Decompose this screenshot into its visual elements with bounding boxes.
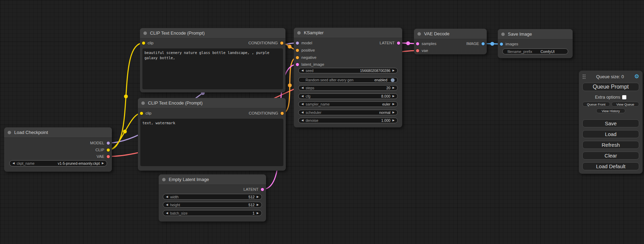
wire-midpoint-dot[interactable] <box>491 42 494 46</box>
panel-drag-handle-icon[interactable] <box>582 74 586 79</box>
decrement-arrow-icon[interactable]: ◀ <box>166 212 168 215</box>
port-dot-conditioning[interactable] <box>296 49 299 52</box>
prompt-text-input[interactable]: text, watermark <box>140 119 283 166</box>
refresh-button[interactable]: Refresh <box>582 141 639 149</box>
node-titlebar[interactable]: CLIP Text Encode (Prompt) <box>138 98 286 108</box>
node-titlebar[interactable]: VAE Decode <box>414 29 487 39</box>
decrement-arrow-icon[interactable]: ◀ <box>301 103 303 106</box>
decrement-arrow-icon[interactable]: ◀ <box>301 119 303 122</box>
increment-arrow-icon[interactable]: ▶ <box>392 87 395 89</box>
prompt-text-input[interactable]: beautiful scenery nature glass bottle la… <box>142 48 283 89</box>
increment-arrow-icon[interactable]: ▶ <box>257 212 259 215</box>
load-button[interactable]: Load <box>582 130 639 138</box>
wire-midpoint-dot[interactable] <box>288 83 292 87</box>
node-titlebar[interactable]: Empty Latent Image <box>159 174 266 185</box>
port-dot-model[interactable] <box>296 42 299 45</box>
output-port-MODEL: MODEL <box>90 141 110 145</box>
output-port-CONDITIONING: CONDITIONING <box>248 41 283 45</box>
port-dot-latent[interactable] <box>296 63 299 66</box>
node-empty-latent-image[interactable]: Empty Latent ImageLATENT◀width512▶◀heigh… <box>159 174 266 222</box>
node-title: Load Checkpoint <box>14 130 48 135</box>
decrement-arrow-icon[interactable]: ◀ <box>301 95 303 98</box>
widget-steps[interactable]: ◀steps20▶ <box>298 85 398 91</box>
widget-filename_prefix[interactable]: filename_prefixComfyUI <box>502 48 568 54</box>
port-dot-clip[interactable] <box>140 112 143 115</box>
port-dot-conditioning[interactable] <box>296 56 299 59</box>
output-port-VAE: VAE <box>97 154 110 159</box>
widget-width[interactable]: ◀width512▶ <box>163 194 262 200</box>
decrement-arrow-icon[interactable]: ◀ <box>301 69 303 72</box>
port-dot-image[interactable] <box>500 43 503 46</box>
increment-arrow-icon[interactable]: ▶ <box>392 119 395 122</box>
widget-height[interactable]: ◀height512▶ <box>163 202 262 208</box>
port-dot-model[interactable] <box>107 142 110 145</box>
wire-midpoint-dot[interactable] <box>123 130 127 134</box>
node-clip-text-encode-negative[interactable]: CLIP Text Encode (Prompt)clipCONDITIONIN… <box>138 98 286 171</box>
wire-midpoint-dot[interactable] <box>124 94 128 98</box>
port-dot-latent[interactable] <box>397 42 400 45</box>
increment-arrow-icon[interactable]: ▶ <box>102 162 104 165</box>
decrement-arrow-icon[interactable]: ◀ <box>166 204 168 206</box>
increment-arrow-icon[interactable]: ▶ <box>392 103 395 106</box>
widget-label: width <box>170 195 179 199</box>
view-queue-button[interactable]: View Queue <box>611 102 639 107</box>
port-dot-clip[interactable] <box>142 42 145 45</box>
widget-ckpt_name[interactable]: ◀ckpt_namev1-5-pruned-emaonly.ckpt▶ <box>9 160 107 166</box>
increment-arrow-icon[interactable]: ▶ <box>392 111 395 114</box>
queue-front-button[interactable]: Queue Front <box>582 102 610 107</box>
node-save-image[interactable]: Save Imageimagesfilename_prefixComfyUI <box>498 29 573 58</box>
extra-options-checkbox[interactable] <box>622 95 626 99</box>
node-status-dot-icon <box>501 33 505 36</box>
increment-arrow-icon[interactable]: ▶ <box>257 204 259 206</box>
toggle-dot-icon[interactable] <box>391 78 395 82</box>
queue-prompt-button[interactable]: Queue Prompt <box>582 83 639 91</box>
port-label: IMAGE <box>466 42 479 46</box>
load-default-button[interactable]: Load Default <box>582 162 639 170</box>
port-dot-vae[interactable] <box>107 155 110 158</box>
node-status-dot-icon <box>297 31 301 35</box>
widget-seed[interactable]: ◀seed156680208700286▶ <box>298 68 398 73</box>
node-titlebar[interactable]: CLIP Text Encode (Prompt) <box>140 28 285 38</box>
increment-arrow-icon[interactable]: ▶ <box>392 69 395 72</box>
port-dot-conditioning[interactable] <box>281 112 284 115</box>
view-history-button[interactable]: View History <box>596 108 625 113</box>
node-title: Empty Latent Image <box>169 177 209 182</box>
save-button[interactable]: Save <box>582 119 639 127</box>
node-vae-decode[interactable]: VAE DecodesamplesvaeIMAGE <box>414 29 487 54</box>
port-dot-conditioning[interactable] <box>280 42 283 45</box>
widget-batch_size[interactable]: ◀batch_size1▶ <box>163 210 262 216</box>
wire-midpoint-dot[interactable] <box>288 45 292 48</box>
node-clip-text-encode-positive[interactable]: CLIP Text Encode (Prompt)clipCONDITIONIN… <box>140 28 285 92</box>
port-dot-image[interactable] <box>482 42 485 45</box>
widget-denoise[interactable]: ◀denoise1.000▶ <box>298 118 398 123</box>
decrement-arrow-icon[interactable]: ◀ <box>166 196 168 198</box>
node-titlebar[interactable]: KSampler <box>294 28 402 38</box>
node-load-checkpoint[interactable]: Load CheckpointMODELCLIPVAE◀ckpt_namev1-… <box>4 127 112 172</box>
widget-scheduler[interactable]: ◀schedulernormal▶ <box>298 110 398 115</box>
widget-value: enabled <box>374 78 387 82</box>
input-port-clip: clip <box>142 41 153 45</box>
widget-cfg[interactable]: ◀cfg8.000▶ <box>298 93 398 99</box>
port-dot-latent[interactable] <box>416 42 419 45</box>
clear-button[interactable]: Clear <box>582 152 639 160</box>
node-titlebar[interactable]: Load Checkpoint <box>4 127 112 138</box>
decrement-arrow-icon[interactable]: ◀ <box>301 111 303 114</box>
wire-midpoint-dot[interactable] <box>406 42 410 45</box>
widget-Random seed after every gen[interactable]: Random seed after every genenabled <box>298 77 398 83</box>
increment-arrow-icon[interactable]: ▶ <box>392 95 395 98</box>
decrement-arrow-icon[interactable]: ◀ <box>12 162 15 165</box>
node-titlebar[interactable]: Save Image <box>498 29 573 39</box>
node-ksampler[interactable]: KSamplermodelpositivenegativelatent_imag… <box>294 28 402 127</box>
port-dot-vae[interactable] <box>416 49 419 52</box>
port-dot-latent[interactable] <box>261 188 264 191</box>
input-port-negative: negative <box>296 55 316 60</box>
port-label: negative <box>301 55 316 60</box>
input-port-positive: positive <box>296 48 315 52</box>
decrement-arrow-icon[interactable]: ◀ <box>301 87 303 89</box>
increment-arrow-icon[interactable]: ▶ <box>257 196 259 198</box>
settings-gear-icon[interactable]: ⚙ <box>634 74 639 79</box>
port-dot-clip[interactable] <box>107 148 110 152</box>
node-graph-canvas[interactable]: Load CheckpointMODELCLIPVAE◀ckpt_namev1-… <box>0 0 644 244</box>
port-label: LATENT <box>380 41 395 45</box>
widget-sampler_name[interactable]: ◀sampler_nameeuler▶ <box>298 101 398 107</box>
